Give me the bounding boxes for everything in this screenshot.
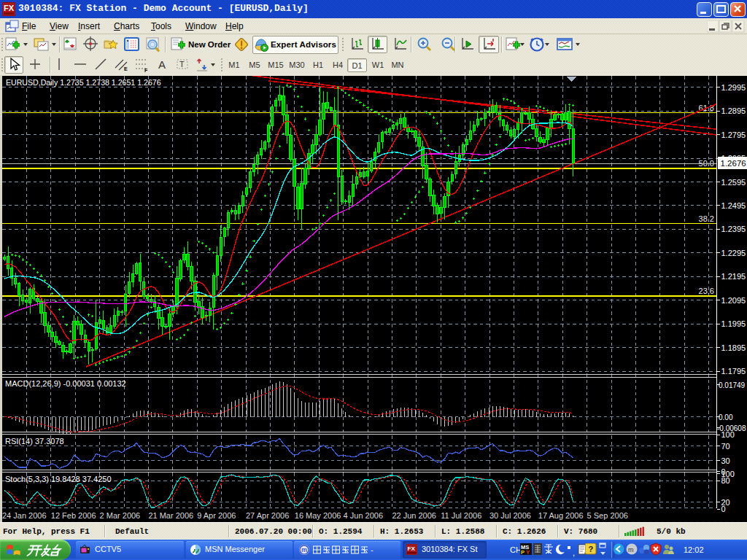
svg-text:1.1895: 1.1895 xyxy=(721,343,746,352)
svg-text:1.2895: 1.2895 xyxy=(721,106,746,115)
svg-text:12 Feb 2006: 12 Feb 2006 xyxy=(51,511,96,520)
svg-text:0.01749: 0.01749 xyxy=(719,381,746,389)
svg-text:17 Aug 2006: 17 Aug 2006 xyxy=(538,511,584,520)
svg-text:0: 0 xyxy=(721,505,726,513)
svg-text:MACD(12,26,9) -0.00031 0.00132: MACD(12,26,9) -0.00031 0.00132 xyxy=(5,379,126,388)
svg-text:70: 70 xyxy=(721,442,730,451)
svg-text:1.2495: 1.2495 xyxy=(721,201,746,210)
svg-text:2 Mar 2006: 2 Mar 2006 xyxy=(100,511,141,520)
svg-text:38.2: 38.2 xyxy=(699,214,714,223)
svg-text:21 Mar 2006: 21 Mar 2006 xyxy=(148,511,193,520)
svg-text:m: m xyxy=(628,546,634,553)
svg-text:1.2795: 1.2795 xyxy=(721,131,746,139)
svg-text:E: E xyxy=(124,66,128,71)
svg-text:80: 80 xyxy=(721,476,730,485)
svg-text:24 Jan 2006: 24 Jan 2006 xyxy=(2,511,47,520)
svg-text:Stoch(5,3,3) 19.8428 37.4250: Stoch(5,3,3) 19.8428 37.4250 xyxy=(5,475,112,483)
svg-text:16 May 2006: 16 May 2006 xyxy=(295,511,341,520)
svg-text:100: 100 xyxy=(721,430,735,439)
svg-text:30 Jul 2006: 30 Jul 2006 xyxy=(489,511,531,520)
svg-text:9 Apr 2006: 9 Apr 2006 xyxy=(197,511,236,520)
svg-text:23.6: 23.6 xyxy=(699,287,714,295)
svg-text:A: A xyxy=(158,58,166,71)
svg-text:1.1995: 1.1995 xyxy=(721,319,746,328)
svg-text:1.2395: 1.2395 xyxy=(721,225,746,233)
svg-text:EURUSD,Daily 1.2735 1.2738 1.: EURUSD,Daily 1.2735 1.2738 1.2651 1.2676 xyxy=(6,78,161,87)
svg-text:4 Jun 2006: 4 Jun 2006 xyxy=(344,511,383,520)
svg-text:m: m xyxy=(301,546,307,553)
svg-text:11 Jul 2006: 11 Jul 2006 xyxy=(441,511,481,520)
svg-text:1.2295: 1.2295 xyxy=(721,249,746,257)
svg-text:-: - xyxy=(371,545,374,554)
svg-text:0.00: 0.00 xyxy=(719,413,733,421)
svg-text:T: T xyxy=(179,60,185,69)
svg-text:1.2676: 1.2676 xyxy=(721,159,746,168)
svg-text:27 Apr 2006: 27 Apr 2006 xyxy=(246,511,289,520)
svg-text:?: ? xyxy=(589,545,594,553)
svg-text:FX: FX xyxy=(4,4,15,12)
svg-text:RSI(14) 37.3078: RSI(14) 37.3078 xyxy=(5,437,64,446)
svg-text:1.2195: 1.2195 xyxy=(721,272,746,281)
svg-text:F: F xyxy=(144,68,148,73)
svg-text:FX: FX xyxy=(408,545,416,552)
svg-text:1.2095: 1.2095 xyxy=(721,296,746,305)
svg-text:1.2595: 1.2595 xyxy=(721,178,746,187)
svg-text:1.1795: 1.1795 xyxy=(721,367,746,376)
svg-text:30: 30 xyxy=(721,456,730,465)
svg-text:22 Jun 2006: 22 Jun 2006 xyxy=(392,511,436,520)
svg-text:Y: Y xyxy=(526,549,530,556)
svg-text:1.2995: 1.2995 xyxy=(721,83,746,92)
svg-text:P: P xyxy=(521,549,525,556)
svg-text:5 Sep 2006: 5 Sep 2006 xyxy=(587,511,628,520)
